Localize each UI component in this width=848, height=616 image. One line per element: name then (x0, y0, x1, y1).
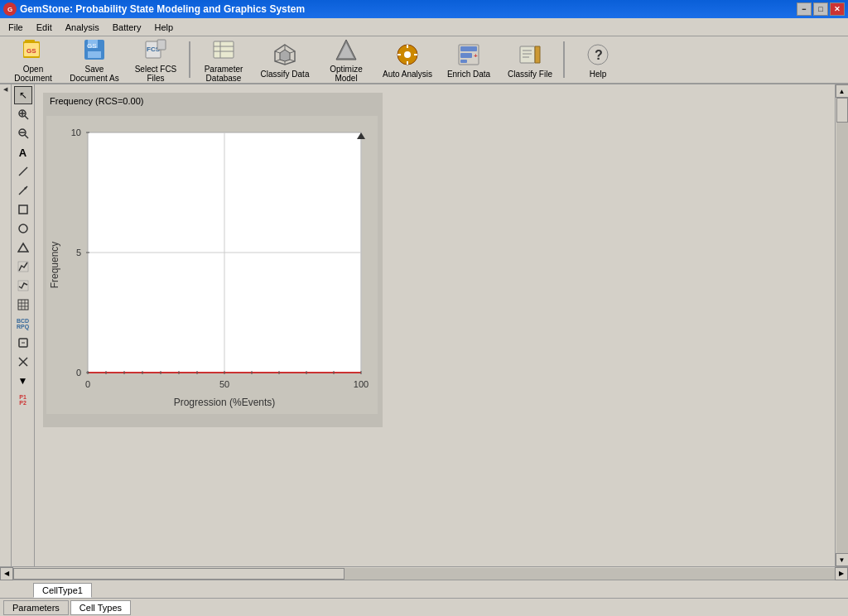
svg-line-21 (275, 60, 280, 61)
svg-line-19 (290, 60, 295, 61)
h-scroll-thumb[interactable] (13, 568, 344, 580)
menu-help[interactable]: Help (148, 21, 181, 34)
strip-marker: ◀ (3, 86, 7, 93)
open-document-button[interactable]: GS Open Document (3, 38, 63, 81)
menu-battery[interactable]: Battery (106, 21, 148, 34)
scroll-right-arrow[interactable]: ▶ (835, 567, 848, 580)
toolbar: GS Open Document GS Save Document As FCS… (0, 36, 848, 84)
open-document-icon: GS (20, 36, 46, 63)
svg-rect-34 (460, 60, 467, 63)
titlebar-left: G GemStone: Probability State Modeling a… (3, 2, 305, 16)
classify-file-icon (517, 41, 543, 68)
scroll-left-arrow[interactable]: ◀ (0, 567, 13, 580)
h-scroll-track[interactable] (13, 568, 835, 580)
svg-marker-16 (280, 50, 290, 61)
svg-line-44 (25, 116, 28, 119)
scroll-down-arrow[interactable]: ▼ (836, 553, 849, 566)
svg-text:Frequency: Frequency (49, 242, 60, 289)
tool-line[interactable] (14, 162, 32, 180)
auto-analysis-button[interactable]: Auto Analysis (378, 38, 437, 81)
svg-text:GS: GS (26, 47, 36, 55)
chart-container: Frequency (RCS=0.00) Frequency Progressi… (43, 93, 383, 427)
select-fcs-files-label: Select FCS Files (128, 65, 183, 83)
svg-line-18 (290, 51, 295, 53)
maximize-button[interactable]: □ (813, 2, 828, 16)
scroll-track[interactable] (836, 98, 848, 553)
svg-point-30 (404, 51, 411, 58)
select-fcs-files-button[interactable]: FCS Select FCS Files (126, 38, 186, 81)
svg-text:50: 50 (219, 379, 229, 389)
svg-text:GS: GS (87, 42, 97, 50)
tool-select[interactable]: ↖ (14, 86, 32, 104)
svg-rect-6 (88, 51, 101, 58)
tool-zoom-in[interactable] (14, 105, 32, 123)
tool-chart2[interactable] (14, 277, 32, 295)
classify-data-label: Classify Data (261, 70, 310, 79)
scroll-up-arrow[interactable]: ▲ (836, 84, 849, 98)
scroll-thumb[interactable] (836, 98, 848, 123)
svg-rect-58 (18, 300, 28, 310)
svg-text:10: 10 (71, 128, 81, 137)
enrich-data-button[interactable]: + Enrich Data (439, 38, 499, 81)
auto-analysis-icon (394, 41, 421, 68)
chart-svg: Frequency Progression (%Events) 0 5 (46, 108, 378, 422)
optimize-model-button[interactable]: Optimize Model (316, 38, 376, 81)
tool-zoom-out[interactable] (14, 124, 32, 142)
tool-text[interactable]: A (14, 143, 32, 161)
classify-file-button[interactable]: Classify File (500, 38, 560, 81)
svg-rect-1 (25, 40, 35, 43)
chart-inner: Frequency Progression (%Events) 0 5 (46, 108, 379, 424)
minimize-button[interactable]: − (797, 2, 812, 16)
titlebar-controls: − □ ✕ (797, 2, 845, 16)
help-button[interactable]: ? Help (568, 38, 628, 81)
close-button[interactable]: ✕ (830, 2, 845, 16)
auto-analysis-label: Auto Analysis (383, 70, 432, 79)
svg-marker-37 (535, 46, 540, 63)
classify-file-label: Classify File (508, 70, 552, 79)
svg-text:Progression (%Events): Progression (%Events) (174, 397, 276, 408)
tab-cell-types[interactable]: Cell Types (70, 600, 131, 615)
save-document-as-button[interactable]: GS Save Document As (65, 38, 124, 81)
open-document-label: Open Document (6, 65, 60, 83)
tool-rect[interactable] (14, 200, 32, 219)
svg-marker-55 (18, 243, 28, 252)
chart-title: Frequency (RCS=0.00) (46, 96, 379, 106)
tool-cross[interactable] (14, 353, 32, 371)
svg-rect-36 (520, 46, 535, 63)
tool-chart1[interactable] (14, 257, 32, 276)
save-document-as-icon: GS (81, 36, 108, 63)
tab-parameters[interactable]: Parameters (3, 600, 69, 615)
document-tab[interactable]: CellType1 (33, 583, 92, 598)
svg-text:100: 100 (354, 379, 369, 389)
svg-rect-33 (460, 53, 472, 58)
tool-label[interactable]: BCDRPQ (14, 315, 32, 333)
optimize-model-label: Optimize Model (319, 65, 373, 83)
content-area: Frequency (RCS=0.00) Frequency Progressi… (35, 84, 835, 566)
tool-p1p2[interactable]: P1P2 (14, 391, 32, 409)
svg-rect-32 (460, 46, 477, 51)
menu-analysis[interactable]: Analysis (59, 21, 106, 34)
tool-grid[interactable] (14, 296, 32, 314)
tool-triangle[interactable] (14, 238, 32, 257)
tool-arrow[interactable] (14, 181, 32, 200)
tool-ellipse[interactable] (14, 219, 32, 238)
save-document-as-label: Save Document As (67, 65, 122, 83)
parameter-database-button[interactable]: Parameter Database (194, 38, 253, 81)
classify-data-button[interactable]: Classify Data (255, 38, 315, 81)
svg-text:?: ? (595, 48, 603, 62)
parameter-database-label: Parameter Database (196, 65, 251, 83)
toolbar-separator-1 (189, 41, 190, 78)
toolbar-separator-2 (563, 41, 565, 78)
menu-file[interactable]: File (2, 21, 30, 34)
left-strip: ◀ (0, 84, 12, 566)
right-scrollbar: ▲ ▼ (835, 84, 848, 566)
tool-down[interactable]: ▼ (14, 372, 32, 390)
optimize-model-icon (333, 36, 359, 63)
help-icon: ? (585, 41, 611, 68)
svg-text:+: + (474, 52, 478, 60)
tab-area: CellType1 (0, 580, 848, 598)
tools-panel: ↖ A BCDRPQ (12, 84, 35, 566)
menu-edit[interactable]: Edit (30, 21, 59, 34)
tool-magnify[interactable] (14, 334, 32, 352)
svg-rect-53 (19, 205, 27, 214)
